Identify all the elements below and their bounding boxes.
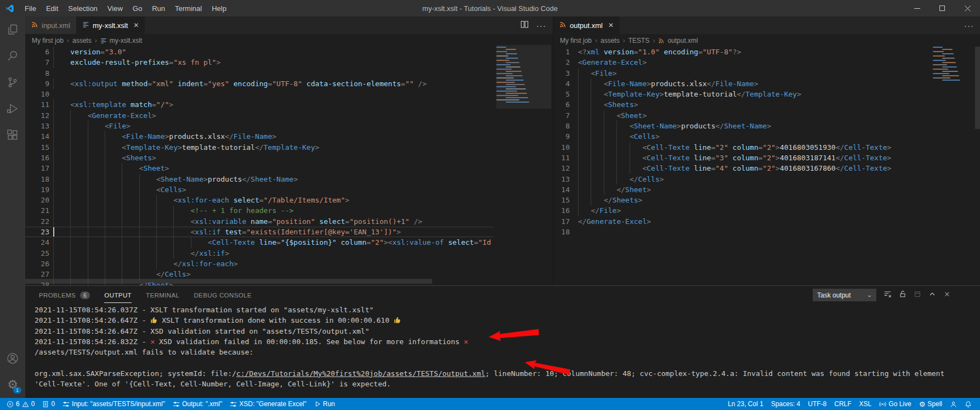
settings-icon[interactable]: ⚙1 (0, 372, 25, 398)
minimap-left[interactable] (496, 47, 551, 285)
sb-xslt-input[interactable]: Input: "assets/TESTS/input.xml" (59, 398, 169, 410)
close-window-icon[interactable] (955, 0, 980, 16)
code-line-6[interactable]: 6 <Sheets> (553, 99, 932, 110)
code-line-17[interactable]: 17 <Sheet> (25, 163, 494, 173)
extensions-icon[interactable] (0, 122, 25, 148)
code-line-26[interactable]: 26 </xsl:for-each> (25, 259, 494, 269)
sb-eol[interactable]: CRLF (830, 398, 855, 410)
horizontal-scrollbar[interactable] (25, 279, 432, 284)
code-line-1[interactable]: 1<?xml version="1.0" encoding="UTF-8"?> (553, 47, 932, 57)
panel-tab-terminal[interactable]: TERMINAL (146, 286, 179, 304)
vscode-logo-icon[interactable] (5, 4, 14, 13)
menu-view[interactable]: View (103, 4, 128, 13)
sb-cursor-position[interactable]: Ln 23, Col 1 (724, 398, 767, 410)
code-line-12[interactable]: 12 <Generate-Excel> (25, 110, 494, 121)
code-line-23[interactable]: 23 <xsl:if test="exists(Identifier[@key=… (25, 227, 494, 237)
explorer-icon[interactable] (0, 16, 25, 43)
code-editor-output-xml[interactable]: 1<?xml version="1.0" encoding="UTF-8"?>2… (553, 47, 932, 285)
unlock-icon[interactable] (899, 290, 907, 300)
maximize-icon[interactable] (930, 0, 955, 16)
tab-input-xml[interactable]: input.xml (25, 16, 76, 34)
more-actions-icon[interactable]: ··· (536, 21, 546, 30)
menu-file[interactable]: File (20, 4, 41, 13)
close-panel-icon[interactable] (943, 290, 951, 300)
menu-edit[interactable]: Edit (41, 4, 63, 13)
split-editor-icon[interactable] (520, 20, 529, 31)
code-line-22[interactable]: 22 <xsl:variable name="position" select=… (25, 216, 494, 227)
code-line-13[interactable]: 13 <File> (25, 121, 494, 131)
code-line-7[interactable]: 7 exclude-result-prefixes="xs fn pl"> (25, 57, 494, 68)
minimap-slider[interactable] (496, 45, 551, 109)
breadcrumb-item[interactable]: TESTS (628, 37, 650, 44)
code-line-14[interactable]: 14 <File-Name>products.xlsx</File-Name> (25, 131, 494, 142)
code-line-5[interactable]: 5 <Template-Key>template-tutorial</Templ… (553, 89, 932, 99)
breadcrumb-item[interactable]: assets (72, 37, 92, 44)
code-line-15[interactable]: 15 <Template-Key>template-tutorial</Temp… (25, 142, 494, 153)
code-line-11[interactable]: 11 <xsl:template match="/"> (25, 99, 494, 110)
menu-go[interactable]: Go (128, 4, 147, 13)
source-control-icon[interactable] (0, 69, 25, 96)
code-line-17[interactable]: 17</Generate-Excel> (553, 216, 932, 227)
run-and-debug-icon[interactable] (0, 96, 25, 122)
sb-run[interactable]: Run (310, 398, 339, 410)
code-line-21[interactable]: 21 <!-- + 1 for headers --> (25, 205, 494, 216)
code-line-8[interactable]: 8 <Sheet-Name>products</Sheet-Name> (553, 121, 932, 131)
code-editor-xslt[interactable]: 6 version="3.0"7 exclude-result-prefixes… (25, 47, 494, 285)
close-tab-icon[interactable]: ✕ (608, 21, 614, 29)
sb-indentation[interactable]: Spaces: 4 (767, 398, 804, 410)
code-line-13[interactable]: 13 </Cells> (553, 174, 932, 184)
code-line-11[interactable]: 11 <Cell-Texte line="3" column="2">40168… (553, 153, 932, 163)
code-line-16[interactable]: 16 </File> (553, 205, 932, 216)
tab-my-xslt[interactable]: my-xslt.xslt ✕ (76, 16, 145, 34)
output-channel-select[interactable]: Task output ⌄ (813, 289, 876, 301)
code-line-20[interactable]: 20 <xsl:for-each select="/Table/Items/It… (25, 195, 494, 205)
code-line-8[interactable]: 8 (25, 68, 494, 78)
menu-terminal[interactable]: Terminal (170, 4, 207, 13)
code-line-15[interactable]: 15 </Sheets> (553, 195, 932, 205)
code-line-14[interactable]: 14 </Sheet> (553, 184, 932, 195)
code-line-12[interactable]: 12 <Cell-Texte line="4" column="2">40168… (553, 163, 932, 173)
sb-feedback[interactable] (946, 398, 961, 410)
code-line-25[interactable]: 25 </xsl:if> (25, 248, 494, 259)
menu-selection[interactable]: Selection (63, 4, 102, 13)
sb-notifications[interactable] (961, 398, 976, 410)
sb-encoding[interactable]: UTF-8 (804, 398, 830, 410)
code-line-19[interactable]: 19 <Cells> (25, 184, 494, 195)
breadcrumb-file[interactable]: my-xslt.xslt (100, 37, 142, 44)
code-line-18[interactable]: 18 <Sheet-Name>products</Sheet-Name> (25, 174, 494, 184)
code-line-16[interactable]: 16 <Sheets> (25, 153, 494, 163)
clear-output-icon[interactable] (883, 290, 892, 300)
menu-help[interactable]: Help (207, 4, 231, 13)
sb-counter[interactable]: 0 (38, 398, 59, 410)
panel-tab-debug-console[interactable]: DEBUG CONSOLE (194, 286, 252, 304)
sb-xslt-output[interactable]: Output: ".xml" (169, 398, 226, 410)
open-output-in-editor-icon[interactable] (914, 290, 921, 300)
code-line-4[interactable]: 4 <File-Name>products.xlsx</File-Name> (553, 78, 932, 89)
menu-run[interactable]: Run (147, 4, 170, 13)
code-line-9[interactable]: 9 <xsl:output method="xml" indent="yes" … (25, 78, 494, 89)
file-link[interactable]: c:/Devs/Tutorials/My%20first%20job/asset… (236, 369, 485, 378)
minimap-right[interactable] (933, 47, 976, 285)
panel-tab-problems[interactable]: PROBLEMS 6 (39, 286, 90, 304)
breadcrumb-item[interactable]: assets (601, 37, 620, 44)
code-line-27[interactable]: 27 </Cells> (25, 269, 494, 279)
account-icon[interactable] (0, 345, 25, 372)
more-actions-icon[interactable]: ··· (964, 21, 974, 30)
breadcrumb-file[interactable]: output.xml (658, 37, 698, 44)
sb-problems[interactable]: 60 (3, 398, 38, 410)
code-line-2[interactable]: 2<Generate-Excel> (553, 57, 932, 68)
vertical-scrollbar[interactable] (975, 47, 980, 129)
minimize-icon[interactable] (904, 0, 930, 16)
maximize-panel-icon[interactable] (928, 290, 936, 300)
code-line-3[interactable]: 3 <File> (553, 68, 932, 78)
breadcrumb-item[interactable]: My first job (32, 37, 64, 44)
sb-spell[interactable]: ⚙Spell (915, 398, 946, 410)
code-line-10[interactable]: 10 <Cell-Texte line="2" column="2">40168… (553, 142, 932, 153)
code-line-9[interactable]: 9 <Cells> (553, 131, 932, 142)
code-line-6[interactable]: 6 version="3.0" (25, 47, 494, 57)
close-tab-icon[interactable]: ✕ (133, 21, 139, 29)
search-icon[interactable] (0, 43, 25, 69)
code-line-10[interactable]: 10 (25, 89, 494, 99)
breadcrumb-item[interactable]: My first job (560, 37, 592, 44)
code-line-7[interactable]: 7 <Sheet> (553, 110, 932, 121)
